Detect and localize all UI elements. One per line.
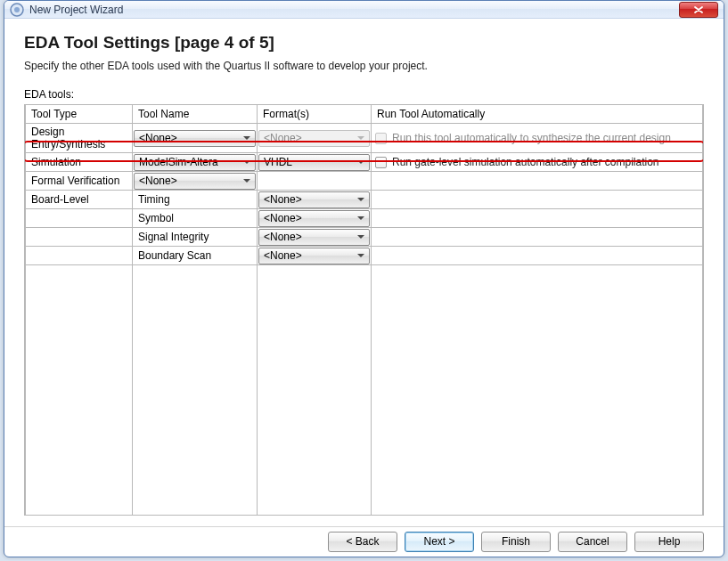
close-button[interactable] — [679, 2, 718, 18]
formal-tool-dropdown[interactable]: <None> — [134, 173, 256, 190]
chevron-down-icon — [355, 230, 367, 245]
design-entry-tool-dropdown[interactable]: <None> — [134, 130, 256, 147]
app-icon — [10, 3, 24, 17]
eda-tools-grid: Tool Type Tool Name Format(s) Run Tool A… — [24, 104, 704, 516]
cell-type: Board-Level — [26, 191, 133, 209]
finish-button[interactable]: Finish — [481, 532, 551, 552]
col-tool-type: Tool Type — [26, 105, 133, 124]
col-formats: Format(s) — [258, 105, 372, 124]
row-design-entry: Design Entry/Synthesis <None> <None> — [26, 124, 703, 153]
row-formal: Formal Verification <None> — [26, 172, 703, 191]
chevron-down-icon — [355, 192, 367, 207]
chevron-down-icon — [355, 248, 367, 264]
page-title: EDA Tool Settings [page 4 of 5] — [24, 33, 704, 53]
chevron-down-icon — [355, 211, 367, 226]
simulation-auto-checkbox[interactable] — [375, 157, 387, 168]
cell-type: Design Entry/Synthesis — [26, 124, 133, 153]
simulation-auto-label: Run gate-level simulation automatically … — [392, 156, 658, 168]
cell-type: Formal Verification — [26, 172, 133, 191]
back-button[interactable]: < Back — [328, 532, 397, 552]
chevron-down-icon — [241, 155, 253, 170]
titlebar: New Project Wizard — [4, 1, 724, 19]
board-sub-label: Timing — [133, 191, 258, 209]
board-si-dropdown[interactable]: <None> — [258, 229, 370, 246]
board-timing-dropdown[interactable]: <None> — [258, 191, 370, 208]
cancel-button[interactable]: Cancel — [558, 532, 627, 552]
board-sub-label: Signal Integrity — [133, 228, 258, 247]
page-description: Specify the other EDA tools used with th… — [24, 60, 704, 72]
design-entry-format-dropdown: <None> — [258, 130, 370, 147]
next-button[interactable]: Next > — [405, 532, 474, 552]
wizard-window: New Project Wizard EDA Tool Settings [pa… — [4, 0, 724, 557]
row-board-bscan: Boundary Scan <None> — [26, 247, 703, 265]
simulation-format-dropdown[interactable]: VHDL — [258, 154, 370, 171]
col-run-auto: Run Tool Automatically — [372, 105, 703, 124]
window-title: New Project Wizard — [29, 4, 123, 16]
design-entry-auto-label: Run this tool automatically to synthesiz… — [392, 132, 671, 144]
chevron-down-icon — [241, 131, 253, 146]
row-board-symbol: Symbol <None> — [26, 209, 703, 228]
section-label: EDA tools: — [24, 88, 704, 101]
board-sub-label: Symbol — [133, 209, 258, 228]
help-button[interactable]: Help — [634, 532, 704, 552]
chevron-down-icon — [355, 155, 367, 170]
board-sub-label: Boundary Scan — [133, 247, 258, 265]
content-area: EDA Tool Settings [page 4 of 5] Specify … — [4, 19, 724, 519]
simulation-tool-dropdown[interactable]: ModelSim-Altera — [134, 154, 256, 171]
row-board-timing: Board-Level Timing <None> — [26, 191, 703, 209]
col-tool-name: Tool Name — [133, 105, 258, 124]
wizard-footer: < Back Next > Finish Cancel Help — [4, 526, 724, 557]
chevron-down-icon — [355, 131, 367, 146]
cell-type: Simulation — [26, 153, 133, 172]
chevron-down-icon — [241, 174, 253, 189]
row-simulation: Simulation ModelSim-Altera VHDL — [26, 153, 703, 172]
svg-point-1 — [14, 7, 20, 12]
row-board-si: Signal Integrity <None> — [26, 228, 703, 247]
board-symbol-dropdown[interactable]: <None> — [258, 210, 370, 227]
board-bscan-dropdown[interactable]: <None> — [258, 248, 370, 264]
design-entry-auto-checkbox — [375, 133, 387, 144]
